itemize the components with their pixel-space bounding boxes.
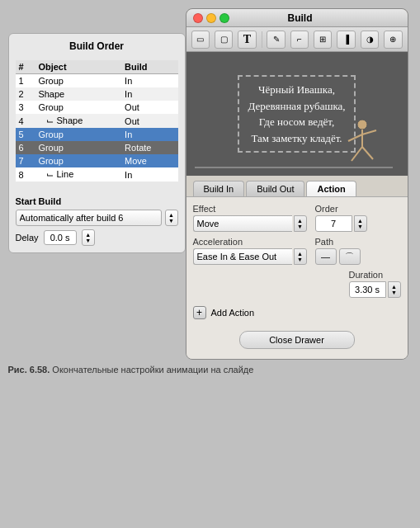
accel-path-row: Acceleration Ease In & Ease Out ▲ ▼ Path — [193, 237, 401, 265]
col-header-build: Build — [121, 60, 177, 74]
acceleration-stepper[interactable]: ▲ ▼ — [294, 248, 307, 265]
text-tool-button[interactable]: T — [238, 31, 256, 49]
row-num: 2 — [16, 87, 35, 101]
order-stepper[interactable]: ▲ ▼ — [354, 215, 367, 232]
table-row[interactable]: 7GroupMove — [16, 154, 178, 167]
duration-input[interactable] — [349, 281, 386, 298]
table-row[interactable]: 8⌙ LineIn — [16, 167, 178, 182]
start-build-label: Start Build — [16, 196, 178, 206]
add-action-button[interactable]: + — [193, 306, 206, 319]
window-titlebar: Build — [186, 9, 408, 27]
row-build: Out — [121, 114, 177, 128]
caption-text: Окончательные настройки анимации на слай… — [52, 365, 253, 375]
row-object: Group — [35, 154, 121, 167]
effect-stepper[interactable]: ▲ ▼ — [294, 215, 307, 232]
order-input[interactable] — [315, 215, 352, 232]
row-num: 8 — [16, 167, 35, 182]
svg-line-3 — [362, 130, 376, 134]
path-curve-button[interactable]: ⌒ — [339, 248, 361, 265]
duration-control: ▲ ▼ — [349, 281, 401, 298]
table-row[interactable]: 1GroupIn — [16, 74, 178, 88]
svg-line-5 — [362, 147, 373, 159]
order-control: ▲ ▼ — [315, 215, 367, 232]
preview-line4: Там заметку кладёт. — [248, 130, 345, 147]
acceleration-select[interactable]: Ease In & Ease Out — [193, 248, 292, 265]
order-group: Order ▲ ▼ — [315, 204, 367, 232]
row-object: Group — [35, 74, 121, 88]
figure-graphic — [342, 118, 383, 167]
circle-tool-button[interactable]: ◑ — [361, 31, 379, 49]
toolbar: ▭ ▢ T ✎ ⌐ ⊞ ▐ ◑ ⊕ — [186, 27, 408, 52]
effect-group: Effect Move ▲ ▼ — [193, 204, 307, 232]
effect-order-row: Effect Move ▲ ▼ Order — [193, 204, 401, 232]
effect-label: Effect — [193, 204, 307, 214]
row-object: Shape — [35, 87, 121, 101]
build-order-table: # Object Build 1GroupIn2ShapeIn3GroupOut… — [16, 60, 178, 182]
baseline-graphic — [195, 166, 393, 169]
close-drawer-button[interactable]: Close Drawer — [239, 331, 355, 349]
rect-tool-button[interactable]: ▭ — [191, 31, 210, 49]
table-row[interactable]: 4⌙ ShapeOut — [16, 114, 178, 128]
row-num: 7 — [16, 154, 35, 167]
row-build: In — [121, 74, 177, 88]
row-build: In — [121, 87, 177, 101]
delay-row: Delay ▲ ▼ — [16, 229, 178, 246]
toolbar-divider — [262, 31, 262, 48]
action-content-area: Effect Move ▲ ▼ Order — [186, 196, 408, 359]
table-row[interactable]: 3GroupOut — [16, 101, 178, 114]
add-action-row: + Add Action — [193, 303, 401, 323]
acceleration-group: Acceleration Ease In & Ease Out ▲ ▼ — [193, 237, 307, 265]
svg-line-4 — [352, 147, 362, 161]
acceleration-control: Ease In & Ease Out ▲ ▼ — [193, 248, 307, 265]
table-tool-button[interactable]: ⊞ — [314, 31, 332, 49]
path-buttons: — ⌒ — [315, 248, 361, 265]
preview-text: Чёрный Ивашка, Деревянная рубашка, Где н… — [238, 75, 355, 153]
auto-after-row: Automatically after build 6 ▲ ▼ — [16, 210, 178, 226]
row-build: Move — [121, 154, 177, 167]
auto-after-stepper[interactable]: ▲ ▼ — [165, 210, 178, 226]
caption-bold: Рис. 6.58. — [8, 365, 50, 375]
build-order-panel: Build Order # Object Build 1GroupIn2Shap… — [8, 33, 186, 253]
zoom-tool-button[interactable]: ⊕ — [384, 31, 402, 49]
table-row[interactable]: 2ShapeIn — [16, 87, 178, 101]
bottom-section: Start Build Automatically after build 6 … — [16, 196, 178, 246]
chart-tool-button[interactable]: ▐ — [337, 31, 355, 49]
row-object: Group — [35, 141, 121, 154]
build-window: Build ▭ ▢ T ✎ ⌐ ⊞ ▐ ◑ ⊕ Чёрный Ивашка, Д… — [186, 8, 408, 360]
tab-action[interactable]: Action — [306, 181, 356, 196]
col-header-num: # — [16, 60, 35, 74]
row-num: 1 — [16, 74, 35, 88]
brush-tool-button[interactable]: ⌐ — [290, 31, 309, 49]
pen-tool-button[interactable]: ✎ — [267, 31, 285, 49]
row-build: In — [121, 167, 177, 182]
auto-after-dropdown[interactable]: Automatically after build 6 — [16, 210, 162, 226]
preview-line1: Чёрный Ивашка, — [248, 82, 345, 98]
row-object: Group — [35, 128, 121, 141]
acceleration-label: Acceleration — [193, 237, 307, 247]
delay-label: Delay — [16, 233, 39, 243]
tab-build-in[interactable]: Build In — [193, 181, 245, 196]
delay-input[interactable] — [44, 230, 77, 245]
effect-select[interactable]: Move — [193, 215, 292, 232]
row-num: 5 — [16, 128, 35, 141]
figure-caption: Рис. 6.58. Окончательные настройки анима… — [8, 365, 413, 375]
preview-line3: Где носом ведёт, — [248, 114, 345, 130]
row-num: 3 — [16, 101, 35, 114]
select-tool-button[interactable]: ▢ — [215, 31, 233, 49]
panel-title: Build Order — [16, 40, 178, 55]
delay-stepper[interactable]: ▲ ▼ — [82, 229, 95, 246]
row-build: Out — [121, 101, 177, 114]
duration-stepper[interactable]: ▲ ▼ — [388, 281, 401, 298]
path-line-button[interactable]: — — [315, 248, 337, 265]
duration-group: Duration ▲ ▼ — [349, 270, 401, 298]
add-action-label: Add Action — [211, 308, 255, 318]
table-row[interactable]: 6GroupRotate — [16, 141, 178, 154]
tab-build-out[interactable]: Build Out — [246, 181, 304, 196]
svg-line-2 — [348, 134, 362, 141]
table-row[interactable]: 5GroupIn — [16, 128, 178, 141]
window-title: Build — [200, 12, 401, 24]
col-header-object: Object — [35, 60, 121, 74]
preview-line2: Деревянная рубашка, — [248, 98, 345, 115]
effect-control: Move ▲ ▼ — [193, 215, 307, 232]
row-object: Group — [35, 101, 121, 114]
